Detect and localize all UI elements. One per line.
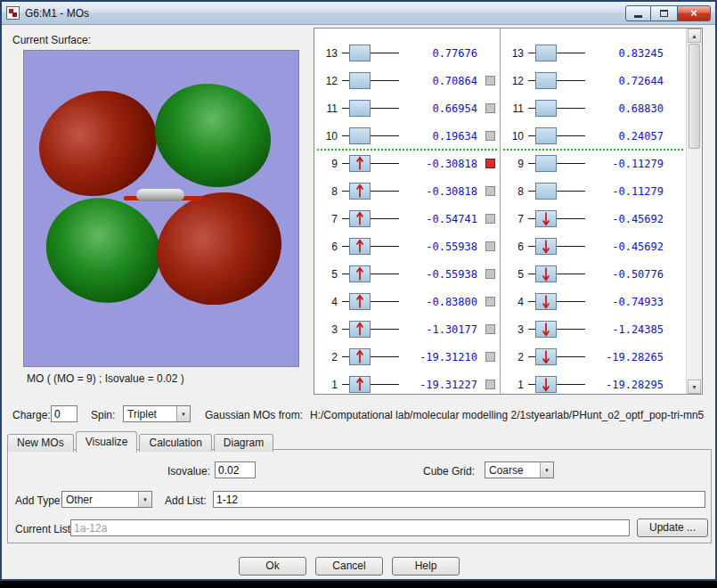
orbital-occupancy-box[interactable] [535,155,557,172]
mo-number: 7 [506,213,524,225]
mo-select-checkbox[interactable] [485,380,495,389]
orbital-occupancy-box[interactable] [349,127,371,144]
mo-number: 11 [506,102,524,115]
orbital-occupancy-box[interactable] [535,321,557,338]
orbital-occupancy-box[interactable] [349,265,371,282]
tab-visualize[interactable]: Visualize [76,431,138,453]
charge-input[interactable] [51,405,77,422]
mo-row-beta-9: 9-0.11279 [501,150,686,177]
cube-grid-label: Cube Grid: [423,465,475,478]
cube-grid-select[interactable]: Coarse ▼ [485,461,554,478]
orbital-occupancy-box[interactable] [349,100,371,117]
mo-select-checkbox[interactable] [485,103,495,113]
mo-row-beta-4: 4-0.74933 [501,288,686,315]
tab-calculation[interactable]: Calculation [139,434,211,452]
orbital-occupancy-box[interactable] [535,183,557,200]
mo-select-checkbox[interactable] [485,214,495,224]
orbital-occupancy-box[interactable] [349,348,371,365]
add-list-input[interactable] [213,491,705,508]
mo-energy-value: -0.30818 [401,158,477,170]
mo-energy-value: -0.11279 [587,158,664,170]
add-type-select[interactable]: Other ▼ [61,491,152,508]
orbital-occupancy-box[interactable] [349,210,371,227]
mo-energy-value: -19.28265 [587,351,664,363]
current-list-input[interactable] [70,519,630,536]
mo-number: 4 [506,296,524,308]
orbital-occupancy-box[interactable] [535,265,557,282]
spin-up-arrow-icon [354,184,365,199]
mo-energy-value: -0.50776 [587,268,664,281]
mo-select-checkbox[interactable] [485,269,495,279]
mo-level [342,44,399,62]
orbital-occupancy-box[interactable] [535,293,557,310]
mo-level [528,99,585,118]
spin-down-arrow-icon [541,322,551,337]
mo-row-alpha-2: 2-19.31210 [314,343,500,371]
window-title: G6:M1 - MOs [25,7,89,20]
orbital-occupancy-box[interactable] [535,348,557,365]
tab-diagram[interactable]: Diagram [214,434,273,452]
ok-button[interactable]: Ok [239,557,306,576]
minimize-button[interactable] [625,5,651,21]
orbital-occupancy-box[interactable] [535,45,557,61]
orbital-occupancy-box[interactable] [535,72,557,89]
scroll-down-icon: ▼ [691,384,697,390]
close-button[interactable]: × [677,5,711,21]
spin-select[interactable]: Triplet ▼ [123,405,191,422]
spin-down-arrow-icon [541,377,551,392]
mo-row-beta-6: 6-0.45692 [501,233,686,260]
spin-up-arrow-icon [354,294,365,309]
scrollbar-thumb[interactable] [688,44,700,149]
scroll-down-button[interactable]: ▼ [688,380,701,394]
orbital-occupancy-box[interactable] [349,45,371,61]
mo-select-checkbox[interactable] [485,186,495,196]
mo-level [342,265,399,283]
mo-level [528,292,585,311]
orbital-occupancy-box[interactable] [349,72,371,89]
mo-select-checkbox[interactable] [485,324,495,334]
mo-number: 3 [320,323,338,336]
close-icon: × [690,6,697,20]
title-bar[interactable]: G6:M1 - MOs × [2,2,715,25]
mo-row-alpha-4: 4-0.83800 [314,288,500,315]
mo-select-checkbox[interactable] [485,159,495,168]
update-button[interactable]: Update ... [637,519,708,537]
mo-select-checkbox[interactable] [485,131,495,141]
mo-number: 6 [506,241,524,253]
orbital-occupancy-box[interactable] [349,183,371,200]
mo-number: 5 [320,268,338,281]
mo-energy-value: 0.19634 [401,130,477,143]
orbital-occupancy-box[interactable] [349,155,371,172]
orbital-occupancy-box[interactable] [535,376,557,393]
mo-select-checkbox[interactable] [485,352,495,362]
add-type-selected-value: Other [66,494,93,506]
orbital-occupancy-box[interactable] [535,127,557,144]
orbital-occupancy-box[interactable] [535,210,557,227]
orbital-occupancy-box[interactable] [349,238,371,255]
mo-number: 2 [506,351,524,363]
mo-row-beta-10: 100.24057 [501,122,686,150]
mo-select-checkbox[interactable] [485,76,495,86]
mo-select-checkbox[interactable] [485,241,495,251]
isovalue-input[interactable] [215,461,256,478]
app-icon [6,6,20,20]
maximize-button[interactable] [651,5,677,21]
mo-row-beta-8: 8-0.11279 [501,177,686,205]
scroll-up-button[interactable]: ▲ [688,29,701,43]
tab-strip: New MOs Visualize Calculation Diagram [7,431,275,453]
add-type-label: Add Type: [15,494,63,507]
tab-new-mos[interactable]: New MOs [7,434,74,452]
mo-number: 4 [320,296,338,308]
mo-list-scrollbar[interactable]: ▲ ▼ [686,29,702,394]
orbital-occupancy-box[interactable] [535,100,557,117]
help-button[interactable]: Help [392,557,460,576]
orbital-occupancy-box[interactable] [535,238,557,255]
mo-row-beta-11: 110.68830 [501,94,686,122]
orbital-occupancy-box[interactable] [349,321,371,338]
orbital-occupancy-box[interactable] [349,376,371,393]
orbital-occupancy-box[interactable] [349,293,371,310]
spin-up-arrow-icon [354,322,365,337]
mo-energy-value: 0.68830 [587,102,664,115]
mo-select-checkbox[interactable] [485,297,495,306]
cancel-button[interactable]: Cancel [315,557,383,576]
